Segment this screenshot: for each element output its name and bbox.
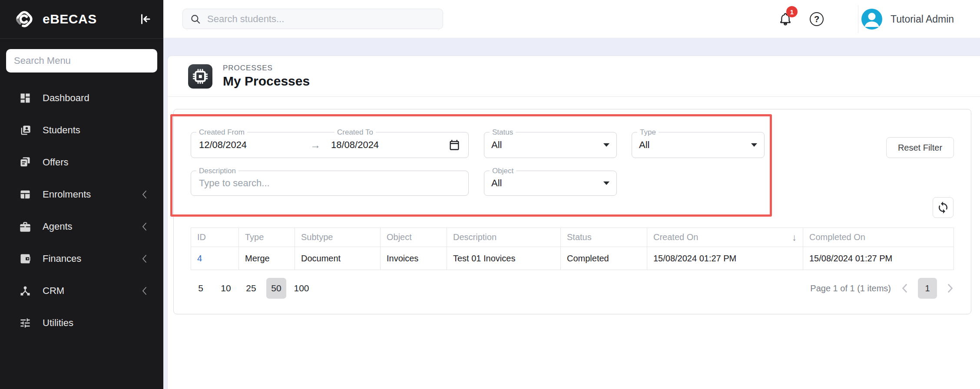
offers-icon (19, 156, 31, 168)
current-page-button[interactable]: 1 (918, 278, 937, 299)
page-title: My Processes (223, 74, 310, 89)
page-info: Page 1 of 1 (1 items) (810, 284, 891, 293)
finances-icon (19, 253, 31, 265)
sidebar-item-students[interactable]: Students (0, 114, 163, 146)
search-icon (190, 13, 201, 25)
page-header: PROCESSES My Processes (168, 56, 980, 97)
column-header-subtype[interactable]: Subtype (295, 228, 381, 247)
table-header-row: ID Type Subtype Object Description Statu… (191, 228, 954, 247)
processes-chip-icon (188, 64, 212, 89)
object-label: Object (490, 167, 516, 175)
sidebar-item-label: Finances (43, 253, 142, 264)
chevron-left-icon (142, 222, 148, 231)
object-value: All (491, 178, 502, 189)
chevron-left-icon (142, 190, 148, 199)
cell-status: Completed (561, 247, 647, 270)
page-size-selector: 5 10 25 50 100 (191, 278, 311, 299)
created-date-range-field[interactable]: Created From Created To 12/08/2024 → 18/… (191, 132, 469, 158)
student-search (182, 9, 443, 29)
page-size-option[interactable]: 25 (241, 278, 261, 299)
sidebar-item-label: Offers (43, 157, 148, 168)
prev-page-icon[interactable] (901, 284, 907, 293)
processes-table: ID Type Subtype Object Description Statu… (191, 227, 954, 270)
sidebar-item-offers[interactable]: Offers (0, 146, 163, 178)
main-area: 1 ? Tutorial Admin (163, 0, 980, 389)
cell-object: Invoices (381, 247, 447, 270)
process-id-link[interactable]: 4 (197, 254, 202, 263)
cell-created-on: 15/08/2024 01:27 PM (647, 247, 803, 270)
cell-type: Merge (239, 247, 295, 270)
next-page-icon[interactable] (947, 284, 954, 293)
student-search-input[interactable] (207, 13, 436, 25)
chevron-left-icon (142, 254, 148, 264)
type-select[interactable]: Type All (632, 132, 765, 158)
topbar: 1 ? Tutorial Admin (163, 0, 980, 38)
user-avatar[interactable] (861, 9, 882, 30)
description-input[interactable] (199, 178, 460, 189)
created-to-value[interactable]: 18/08/2024 (331, 139, 379, 151)
column-header-object[interactable]: Object (381, 228, 447, 247)
created-from-value[interactable]: 12/08/2024 (199, 139, 310, 151)
processes-card: Created From Created To 12/08/2024 → 18/… (173, 109, 971, 314)
page-size-option[interactable]: 100 (291, 278, 311, 299)
help-icon: ? (810, 12, 824, 26)
type-label: Type (637, 128, 659, 137)
calendar-icon[interactable] (448, 139, 460, 151)
range-arrow-icon: → (310, 139, 321, 151)
caret-down-icon (603, 143, 609, 147)
page-container: PROCESSES My Processes Created From Crea… (167, 56, 980, 389)
brand-name: eBECAS (43, 12, 136, 26)
refresh-button[interactable] (933, 197, 954, 218)
user-name[interactable]: Tutorial Admin (891, 0, 954, 38)
sidebar-collapse-icon[interactable] (136, 10, 154, 28)
column-header-type[interactable]: Type (239, 228, 295, 247)
status-select[interactable]: Status All (484, 132, 617, 158)
sidebar-item-utilities[interactable]: Utilities (0, 307, 163, 339)
sidebar-item-label: Utilities (43, 317, 148, 329)
page-size-option[interactable]: 10 (216, 278, 236, 299)
refresh-icon (937, 201, 950, 214)
description-label: Description (196, 167, 238, 175)
sidebar-item-agents[interactable]: Agents (0, 211, 163, 243)
sidebar-search-input[interactable] (6, 49, 157, 73)
dashboard-icon (19, 92, 31, 104)
sort-desc-icon[interactable]: ↓ (792, 232, 797, 243)
page-size-option[interactable]: 5 (191, 278, 211, 299)
created-to-label: Created To (334, 128, 376, 137)
page-kicker: PROCESSES (223, 64, 310, 73)
sidebar: eBECAS Dashboard Students Offers (0, 0, 163, 389)
person-icon (861, 9, 882, 30)
sidebar-item-label: Students (43, 125, 148, 136)
sidebar-item-label: Dashboard (43, 92, 148, 104)
column-header-created-on[interactable]: Created On ↓ (647, 228, 803, 247)
cell-description: Test 01 Inovices (447, 247, 561, 270)
type-value: All (639, 139, 649, 151)
column-header-completed-on[interactable]: Completed On (803, 228, 954, 247)
cell-subtype: Document (295, 247, 381, 270)
enrolments-icon (19, 188, 31, 201)
caret-down-icon (751, 143, 757, 147)
status-label: Status (490, 128, 516, 137)
status-value: All (491, 139, 502, 151)
column-header-label: Created On (653, 232, 698, 242)
help-button[interactable]: ? (806, 9, 827, 30)
topbar-divider (858, 5, 858, 33)
students-icon (19, 124, 31, 136)
chevron-left-icon (142, 286, 148, 296)
sidebar-item-dashboard[interactable]: Dashboard (0, 82, 163, 114)
sidebar-item-label: Enrolments (43, 189, 142, 200)
description-field: Description (191, 171, 469, 196)
page-size-option-selected[interactable]: 50 (266, 278, 286, 299)
object-select[interactable]: Object All (484, 171, 617, 196)
reset-filter-button[interactable]: Reset Filter (886, 137, 954, 158)
table-row[interactable]: 4 Merge Document Invoices Test 01 Inovic… (191, 247, 954, 270)
notification-badge: 1 (786, 6, 798, 17)
notifications-button[interactable]: 1 (775, 9, 796, 30)
sidebar-nav: Dashboard Students Offers Enrolments (0, 82, 163, 339)
column-header-status[interactable]: Status (561, 228, 647, 247)
column-header-description[interactable]: Description (447, 228, 561, 247)
column-header-id[interactable]: ID (191, 228, 239, 247)
sidebar-item-finances[interactable]: Finances (0, 243, 163, 275)
sidebar-item-enrolments[interactable]: Enrolments (0, 178, 163, 211)
sidebar-item-crm[interactable]: CRM (0, 275, 163, 307)
